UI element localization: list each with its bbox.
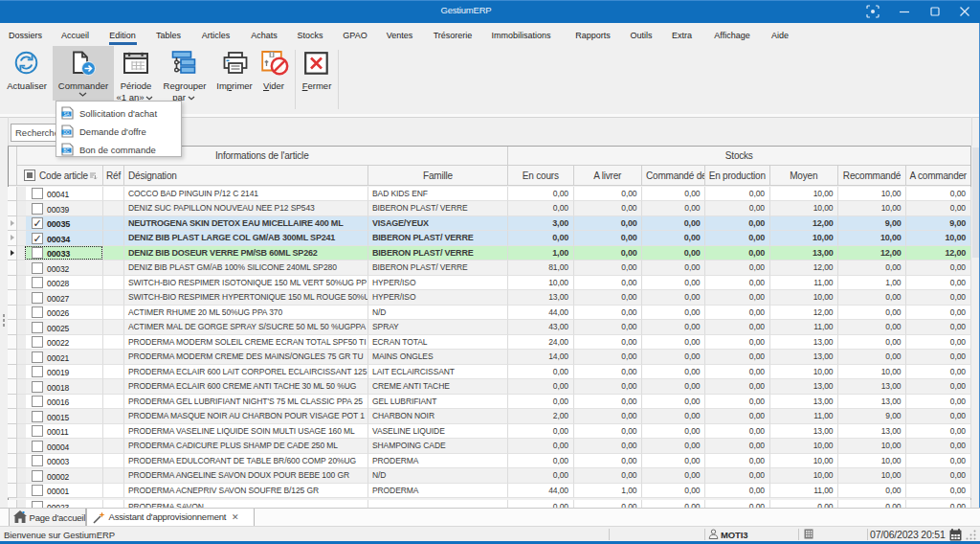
svg-text:SA: SA (63, 111, 69, 116)
svg-text:BC: BC (63, 147, 70, 152)
svg-text:DO: DO (63, 129, 70, 134)
